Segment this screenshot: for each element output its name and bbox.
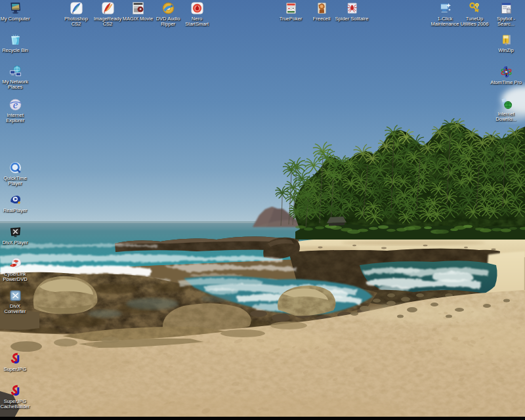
svg-text:e: e [12, 98, 17, 111]
